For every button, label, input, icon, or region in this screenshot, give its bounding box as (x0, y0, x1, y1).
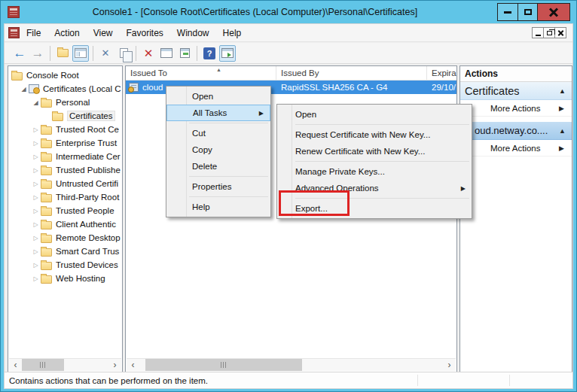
minimize-icon (536, 35, 541, 36)
scroll-left-icon[interactable]: ‹ (127, 359, 139, 371)
close-icon (549, 8, 558, 17)
scroll-right-icon[interactable]: › (443, 359, 456, 371)
expand-icon[interactable]: ▷ (31, 221, 41, 228)
tree-item-certificates[interactable]: Certificates (8, 109, 122, 123)
column-expiration[interactable]: Expira (427, 66, 456, 80)
menu-file[interactable]: File (20, 25, 47, 41)
scroll-right-icon[interactable]: › (108, 359, 121, 371)
column-issued-to[interactable]: Issued To▲ (126, 66, 276, 80)
collapse-icon[interactable]: ◢ (31, 99, 41, 106)
expand-icon[interactable]: ▷ (31, 126, 41, 133)
close-button[interactable] (537, 3, 570, 21)
scrollbar-thumb[interactable] (22, 359, 64, 371)
action-pane-icon (221, 48, 234, 58)
maximize-button[interactable] (517, 3, 538, 21)
list-horizontal-scrollbar[interactable]: ‹ › (127, 358, 456, 371)
child-minimize-button[interactable] (532, 27, 544, 38)
child-close-button[interactable] (554, 27, 566, 38)
tree-item-intermediate[interactable]: ▷Intermediate Cer (8, 150, 122, 163)
actions-section-certificates[interactable]: Certificates ▲ (460, 82, 572, 100)
tree-item-web-hosting[interactable]: ▷Web Hosting (8, 272, 122, 285)
show-console-tree-toggle[interactable] (72, 45, 89, 62)
column-issued-by[interactable]: Issued By (276, 66, 427, 80)
tree-item-trusted-root[interactable]: ▷Trusted Root Ce (8, 123, 122, 136)
back-button[interactable]: ← (11, 45, 28, 62)
tree-item-third-party[interactable]: ▷Third-Party Root (8, 190, 122, 204)
expand-icon[interactable]: ▷ (31, 140, 41, 147)
context-menu-open[interactable]: Open (166, 88, 270, 105)
expand-icon[interactable]: ▷ (31, 275, 41, 282)
tree-item-remote-desktop[interactable]: ▷Remote Desktop (8, 231, 122, 245)
tree-item-smart-card[interactable]: ▷Smart Card Trus (8, 245, 122, 258)
menu-separator (189, 176, 268, 177)
tree-item-enterprise-trust[interactable]: ▷Enterprise Trust (8, 136, 122, 150)
more-actions-arrow-icon: ▶ (559, 144, 564, 152)
cut-button[interactable]: ✕ (97, 45, 114, 62)
expand-icon[interactable]: ▷ (31, 167, 41, 174)
context-menu-delete[interactable]: Delete (166, 158, 270, 175)
tree-item-untrusted[interactable]: ▷Untrusted Certifi (8, 177, 122, 190)
minimize-button[interactable] (497, 3, 518, 21)
folder-icon (41, 221, 52, 229)
toolbar-separator (136, 46, 136, 61)
tree-item-trusted-devices[interactable]: ▷Trusted Devices (8, 258, 122, 272)
menu-help[interactable]: Help (216, 25, 249, 41)
context-menu-all-tasks[interactable]: All Tasks▶ (166, 105, 270, 121)
submenu-open[interactable]: Open (277, 106, 472, 123)
console-tree-pane: Console Root ◢Certificates (Local C ◢Per… (8, 65, 123, 372)
folder-icon (41, 194, 52, 202)
tree-item-console-root[interactable]: Console Root (8, 68, 122, 82)
tree-item-trusted-people[interactable]: ▷Trusted People (8, 204, 122, 217)
back-icon: ← (14, 46, 26, 61)
scroll-left-icon[interactable]: ‹ (9, 359, 22, 371)
copy-button[interactable] (115, 45, 132, 62)
delete-button[interactable]: ✕ (140, 45, 157, 62)
scrollbar-thumb[interactable] (145, 359, 302, 371)
context-menu-properties[interactable]: Properties (166, 178, 270, 195)
menu-separator (295, 124, 469, 125)
context-menu-copy[interactable]: Copy (166, 141, 270, 158)
tree-item-personal[interactable]: ◢Personal (8, 96, 122, 109)
folder-icon (41, 275, 52, 284)
context-menu-cut[interactable]: Cut (166, 125, 270, 141)
folder-icon (41, 167, 52, 175)
menu-view[interactable]: View (87, 25, 120, 41)
collapse-section-icon[interactable]: ▲ (559, 87, 566, 95)
submenu-request-certificate[interactable]: Request Certificate with New Key... (277, 126, 472, 143)
expand-icon[interactable]: ▷ (31, 181, 41, 187)
toolbar: ← → ✕ ✕ ? (5, 43, 572, 64)
child-restore-button[interactable] (543, 27, 555, 38)
forward-button[interactable]: → (29, 45, 46, 62)
more-actions-certificates[interactable]: More Actions ▶ (460, 100, 572, 117)
show-action-pane-toggle[interactable] (219, 45, 236, 62)
menu-action[interactable]: Action (47, 25, 86, 41)
menu-favorites[interactable]: Favorites (120, 25, 170, 41)
expand-icon[interactable]: ▷ (31, 153, 41, 160)
expand-icon[interactable]: ▷ (31, 194, 41, 201)
more-actions-certificate[interactable]: More Actions ▶ (460, 140, 572, 156)
submenu-manage-private-keys[interactable]: Manage Private Keys... (277, 163, 472, 180)
window-title: Console1 - [Console Root\Certificates (L… (20, 7, 498, 17)
tree-item-trusted-publishers[interactable]: ▷Trusted Publishe (8, 163, 122, 177)
collapse-icon[interactable]: ◢ (19, 86, 29, 93)
export-list-button[interactable] (176, 45, 193, 62)
collapse-section-icon[interactable]: ▲ (559, 127, 566, 135)
expand-icon[interactable]: ▷ (31, 262, 41, 269)
folder-icon (41, 126, 52, 135)
properties-button[interactable] (158, 45, 175, 62)
title-bar: Console1 - [Console Root\Certificates (L… (1, 1, 576, 23)
maximize-icon (524, 9, 532, 15)
tree-item-client-auth[interactable]: ▷Client Authentic (8, 217, 122, 231)
help-button[interactable]: ? (201, 45, 218, 62)
tree-item-certificates-local[interactable]: ◢Certificates (Local C (8, 82, 122, 96)
up-one-level-button[interactable] (54, 45, 71, 62)
expand-icon[interactable]: ▷ (31, 208, 41, 214)
submenu-renew-certificate[interactable]: Renew Certificate with New Key... (277, 143, 472, 160)
context-menu-help[interactable]: Help (166, 199, 270, 215)
menu-window[interactable]: Window (170, 25, 216, 41)
expand-icon[interactable]: ▷ (31, 235, 41, 242)
actions-section-certificate[interactable]: oud.netway.co.... ▲ (460, 122, 572, 140)
tree-horizontal-scrollbar[interactable]: ‹ › (9, 358, 121, 371)
expand-icon[interactable]: ▷ (31, 248, 41, 255)
folder-icon (41, 181, 52, 189)
